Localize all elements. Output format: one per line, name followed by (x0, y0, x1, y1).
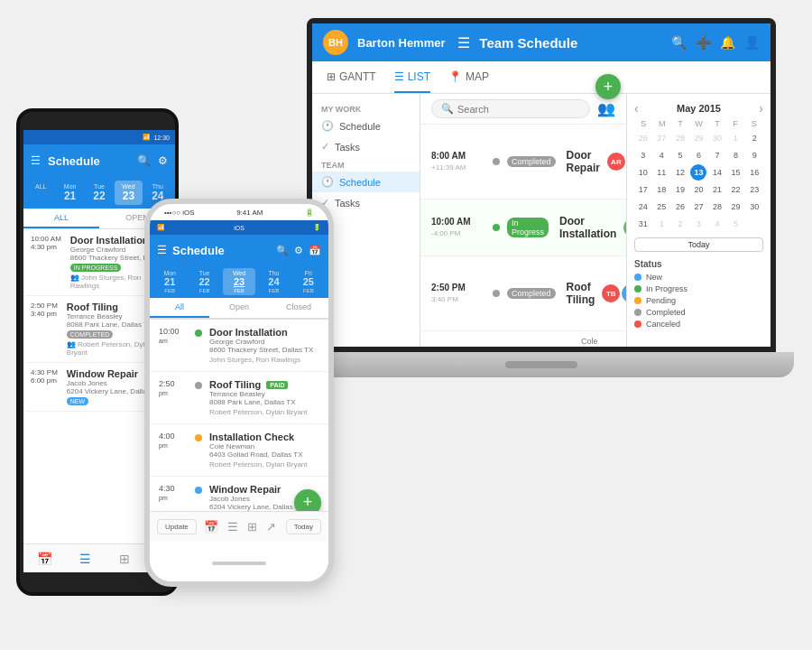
iphone-tab-closed[interactable]: Closed (269, 298, 328, 318)
gantt-icon: ⊞ (327, 70, 336, 83)
add-person-icon[interactable]: 👥 (597, 100, 615, 117)
search-input[interactable] (457, 104, 580, 115)
iphone-grid-bottom-icon[interactable]: ⊞ (247, 520, 257, 534)
crew-avatars: AR BH (607, 153, 626, 171)
search-icon[interactable]: 🔍 (671, 35, 687, 50)
paid-badge: PAID (266, 381, 288, 389)
list-nav-icon[interactable]: ☰ (79, 552, 91, 566)
crew-avatars: TB RP (602, 284, 626, 302)
user-name: Barton Hemmer (357, 36, 448, 50)
home-bar[interactable] (212, 562, 266, 565)
job-title: Installation Check (209, 432, 319, 442)
notifications-icon[interactable]: 🔔 (720, 35, 735, 50)
list-item[interactable]: 10:00am Door Installation George Crawfor… (150, 320, 328, 372)
filter-tab-all[interactable]: ALL (23, 209, 99, 228)
android-filter-icon[interactable]: ⚙ (158, 154, 168, 167)
table-row[interactable]: 10:00 AM -4:00 PM In Progress Door Insta… (420, 200, 626, 256)
sidebar-item-mywork-schedule[interactable]: 🕐 Schedule (312, 116, 420, 136)
status-dot (195, 487, 202, 494)
hamburger-icon[interactable]: ☰ (31, 154, 41, 167)
job-address: 6204 Vickery Lane, Dallas (67, 387, 151, 395)
iphone-date-22[interactable]: Tue 22 FEB (188, 268, 220, 295)
iphone-date-23[interactable]: Wed 23 FEB (223, 268, 255, 295)
laptop-base (289, 352, 794, 377)
iphone-date-21[interactable]: Mon 21 FEB (153, 268, 186, 295)
cancelled-dot (634, 320, 641, 328)
laptop-screen: BH Barton Hemmer ☰ Team Schedule 🔍 ➕ 🔔 👤… (307, 18, 776, 352)
job-info: Door Installation (559, 215, 616, 240)
iphone-carrier: •••○○ iOS (164, 209, 195, 217)
iphone-tab-open[interactable]: Open (209, 298, 269, 318)
account-icon[interactable]: 👤 (744, 35, 760, 50)
list-item[interactable]: 4:00pm Installation Check Cole Newman 64… (150, 424, 328, 477)
iphone-date-strip: Mon 21 FEB Tue 22 FEB Wed 23 FEB Thu 24 (150, 265, 328, 298)
check-icon: ✓ (321, 141, 329, 153)
calendar-nav-icon[interactable]: 📅 (37, 552, 52, 566)
legend-item-completed: Completed (634, 308, 763, 317)
update-button[interactable]: Update (157, 519, 197, 534)
android-statusbar: 📶 12:30 (23, 130, 175, 144)
table-row[interactable]: 8:00 AM +11:39 AM Completed Door Repair … (420, 125, 626, 200)
iphone-search-icon[interactable]: 🔍 (276, 245, 289, 256)
legend-item-inprogress: In Progress (634, 284, 763, 293)
my-work-section: My Work (312, 101, 420, 116)
sidebar-item-mywork-tasks[interactable]: ✓ Tasks (312, 136, 420, 157)
tab-map[interactable]: 📍 MAP (448, 61, 489, 93)
list-item[interactable]: 2:50pm Roof Tiling PAID Terrance Beasley… (150, 372, 328, 424)
pending-dot (634, 297, 641, 304)
iphone-date-24[interactable]: Thu 24 FEB (257, 268, 290, 295)
job-address: 6403 Goliad Road, Dallas TX (209, 450, 319, 459)
cal-prev[interactable]: ‹ (634, 101, 639, 116)
today-button[interactable]: Today (634, 237, 763, 252)
date-chip-22[interactable]: Tue 22 (86, 181, 113, 205)
job-info: Roof Tiling (567, 281, 595, 306)
iphone-tab-all[interactable]: All (150, 298, 209, 318)
job-title: Window Repair (67, 368, 151, 379)
hamburger-icon[interactable]: ☰ (457, 34, 470, 51)
status-badge: IN PROGRESS (70, 264, 122, 272)
laptop: BH Barton Hemmer ☰ Team Schedule 🔍 ➕ 🔔 👤… (289, 18, 794, 397)
page-title: Team Schedule (479, 35, 662, 51)
legend-title: Status (634, 259, 763, 269)
grid-nav-icon[interactable]: ⊞ (119, 552, 130, 566)
cal-next[interactable]: › (759, 101, 763, 116)
completed-dot (634, 309, 641, 316)
job-time: 2:50 PM3:40 pm (31, 302, 58, 318)
iphone: •••○○ iOS 9:41 AM 🔋 📶 iOS 🔋 ☰ Schedule 🔍… (144, 199, 334, 587)
iphone-calendar-icon[interactable]: 📅 (309, 245, 321, 256)
android-search-icon[interactable]: 🔍 (137, 154, 151, 167)
job-body: Door Installation George Crawford 8600 T… (209, 327, 319, 364)
job-name: George Crawford (209, 338, 319, 346)
tab-list[interactable]: ☰ LIST (394, 61, 430, 93)
app-content: My Work 🕐 Schedule ✓ Tasks Team 🕐 Schedu… (312, 94, 770, 352)
iphone-hamburger-icon[interactable]: ☰ (157, 244, 167, 256)
legend-item-new: New (634, 273, 763, 282)
date-chip-23[interactable]: Wed 23 (115, 181, 142, 205)
header-icons: 🔍 ➕ 🔔 👤 (671, 35, 760, 50)
date-chip-21[interactable]: Mon 21 (56, 181, 83, 205)
date-chip-all[interactable]: ALL (27, 181, 54, 205)
list-icon: ☰ (394, 70, 404, 83)
add-icon[interactable]: ➕ (696, 35, 711, 50)
job-title: Door Installation (209, 327, 319, 338)
today-button[interactable]: Today (286, 519, 321, 534)
job-body: Roof Tiling PAID Terrance Beasley 8088 P… (209, 379, 319, 416)
view-tabs: ⊞ GANTT ☰ LIST 📍 MAP (312, 61, 770, 94)
iphone-filter-icon[interactable]: ⚙ (294, 245, 303, 256)
sidebar-item-team-schedule[interactable]: 🕐 Schedule (312, 172, 420, 192)
table-row[interactable]: CN DB Cole Newman6403 Goliad Road, Dalla… (420, 331, 626, 352)
iphone-share-bottom-icon[interactable]: ↗ (266, 520, 276, 534)
tab-gantt[interactable]: ⊞ GANTT (327, 61, 376, 93)
search-icon-sm: 🔍 (441, 103, 454, 115)
iphone-appbar: ☰ Schedule 🔍 ⚙ 📅 (150, 235, 328, 265)
table-row[interactable]: 2:50 PM 3:40 PM Completed Roof Tiling TB… (420, 256, 626, 331)
fab-button[interactable]: + (595, 74, 621, 99)
iphone-list-bottom-icon[interactable]: ☰ (227, 520, 238, 534)
iphone-calendar-bottom-icon[interactable]: 📅 (204, 520, 218, 534)
avatar: AR (607, 153, 625, 171)
crew-names: John Sturges, Ron Rawlings (209, 356, 319, 364)
search-input-wrap[interactable]: 🔍 (431, 99, 590, 118)
status-dot (195, 382, 202, 389)
iphone-date-25[interactable]: Fri 25 FEB (292, 268, 325, 295)
status-badge: NEW (67, 397, 88, 405)
